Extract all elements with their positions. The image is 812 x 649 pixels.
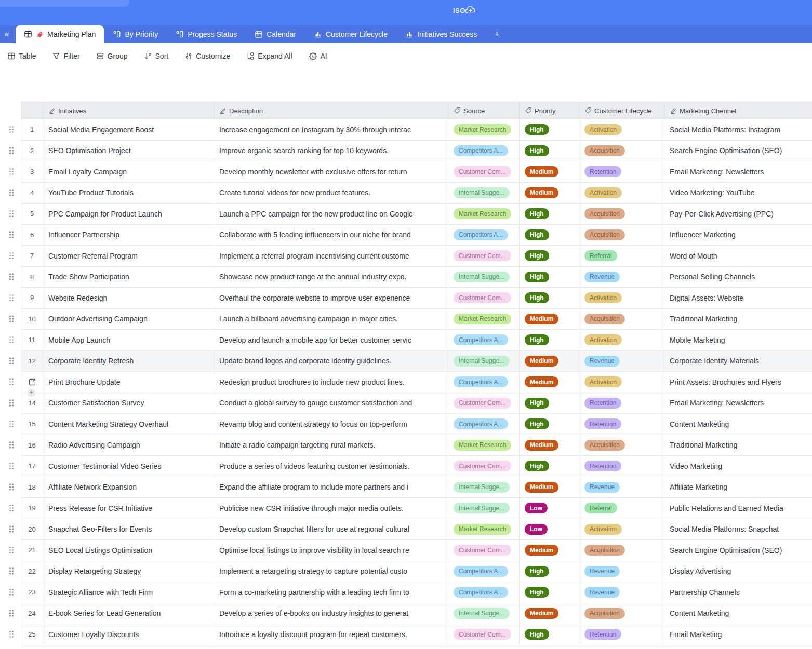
initiative-cell[interactable]: SEO Local Listings Optimisation	[43, 540, 214, 561]
initiative-cell[interactable]: Customer Referral Program	[43, 246, 214, 266]
channel-cell[interactable]: Display Advertising	[664, 561, 812, 582]
initiative-cell[interactable]: PPC Campaign for Product Launch	[43, 204, 214, 224]
toolbar-group-button[interactable]: Group	[96, 52, 128, 60]
description-cell[interactable]: Revamp blog and content strategy to focu…	[214, 414, 448, 435]
lifecycle-cell[interactable]: Retention	[579, 624, 664, 645]
row-number-cell[interactable]: 5	[21, 204, 43, 224]
row-number-cell[interactable]: 10	[21, 309, 43, 330]
source-cell[interactable]: Internal Sugge...	[448, 477, 520, 498]
lifecycle-cell[interactable]: Revenue	[579, 477, 664, 498]
lifecycle-cell[interactable]: Acquisition	[579, 141, 664, 161]
priority-cell[interactable]: Medium	[520, 372, 579, 393]
source-cell[interactable]: Customer Com...	[448, 161, 520, 182]
priority-cell[interactable]: High	[520, 330, 579, 350]
initiative-cell[interactable]: Social Media Engagement Boost	[43, 119, 214, 140]
source-cell[interactable]: Market Research	[448, 435, 520, 456]
channel-cell[interactable]: Influencer Marketing	[664, 225, 812, 246]
column-header-priority[interactable]: Priority	[520, 102, 579, 119]
initiative-cell[interactable]: Customer Testimonial Video Series	[43, 456, 214, 477]
channel-cell[interactable]: Traditional Marketing	[664, 309, 812, 330]
row-number-cell[interactable]: 19	[21, 498, 43, 519]
source-cell[interactable]: Internal Sugge...	[448, 183, 520, 204]
lifecycle-cell[interactable]: Retention	[579, 414, 664, 435]
row-drag-handle[interactable]	[9, 610, 14, 617]
row-drag-handle[interactable]	[9, 421, 14, 427]
description-cell[interactable]: Implement a retargeting strategy to capt…	[214, 561, 448, 582]
row-number-cell[interactable]: 12	[21, 351, 43, 372]
initiative-cell[interactable]: Mobile App Launch	[43, 330, 214, 350]
channel-cell[interactable]: Search Engine Optimisation (SEO)	[664, 540, 812, 561]
lifecycle-cell[interactable]: Retention	[579, 456, 664, 477]
description-cell[interactable]: Launch a PPC campaign for the new produc…	[214, 204, 448, 224]
source-cell[interactable]: Customer Com...	[448, 288, 520, 308]
lifecycle-cell[interactable]: Acquisition	[579, 435, 664, 456]
lifecycle-cell[interactable]: Retention	[579, 393, 664, 414]
source-cell[interactable]: Market Research	[448, 519, 520, 540]
row-drag-handle[interactable]	[9, 484, 14, 491]
row-drag-handle[interactable]	[9, 168, 14, 175]
channel-cell[interactable]: Email Marketing: Newsletters	[664, 393, 812, 414]
row-number-cell[interactable]: 4	[21, 183, 43, 204]
channel-cell[interactable]: Digital Assets: Website	[664, 288, 812, 308]
priority-cell[interactable]: Medium	[520, 309, 579, 330]
row-number-cell[interactable]: 3	[21, 161, 43, 182]
row-drag-handle[interactable]	[9, 147, 14, 154]
row-drag-handle[interactable]	[9, 526, 14, 533]
channel-cell[interactable]: Personal Selling Channels	[664, 267, 812, 288]
description-cell[interactable]: Showcase new product range at the annual…	[214, 267, 448, 288]
channel-cell[interactable]: Affiliate Marketing	[664, 477, 812, 498]
row-number-cell[interactable]: 11	[21, 330, 43, 350]
toolbar-table-button[interactable]: Table	[7, 52, 36, 60]
column-header-channel[interactable]: Marketing Chennel	[664, 102, 812, 119]
row-drag-handle[interactable]	[9, 126, 14, 133]
tab-marketing-plan[interactable]: Marketing Plan	[16, 25, 104, 43]
priority-cell[interactable]: High	[520, 225, 579, 246]
description-cell[interactable]: Optimise local listings to improve visib…	[214, 540, 448, 561]
row-drag-handle[interactable]	[9, 294, 14, 301]
initiative-cell[interactable]: Customer Loyalty Discounts	[43, 624, 214, 645]
channel-cell[interactable]: Traditional Marketing	[664, 435, 812, 456]
row-number-cell[interactable]: 1	[21, 119, 43, 140]
source-cell[interactable]: Customer Com...	[448, 540, 520, 561]
row-drag-handle[interactable]	[9, 190, 14, 196]
lifecycle-cell[interactable]: Activation	[579, 519, 664, 540]
description-cell[interactable]: Redesign product brochures to include ne…	[214, 372, 448, 393]
priority-cell[interactable]: Medium	[520, 540, 579, 561]
lifecycle-cell[interactable]: Referral	[579, 246, 664, 266]
description-cell[interactable]: Implement a referral program incentivisi…	[214, 246, 448, 266]
priority-cell[interactable]: Medium	[520, 435, 579, 456]
priority-cell[interactable]: High	[520, 288, 579, 308]
lifecycle-cell[interactable]: Activation	[579, 288, 664, 308]
description-cell[interactable]: Develop and launch a mobile app for bett…	[214, 330, 448, 350]
row-drag-handle[interactable]	[9, 547, 14, 553]
description-cell[interactable]: Improve organic search ranking for top 1…	[214, 141, 448, 161]
tab-by-priority[interactable]: By Priority	[104, 25, 167, 43]
channel-cell[interactable]: Content Marketing	[664, 414, 812, 435]
description-cell[interactable]: Publicise new CSR initiative through maj…	[214, 498, 448, 519]
initiative-cell[interactable]: Content Marketing Strategy Overhaul	[43, 414, 214, 435]
initiative-cell[interactable]: Display Retargeting Strategy	[43, 561, 214, 582]
initiative-cell[interactable]: Website Redesign	[43, 288, 214, 308]
channel-cell[interactable]: Social Media Platforms: Snapchat	[664, 519, 812, 540]
row-drag-handle[interactable]	[9, 589, 14, 596]
channel-cell[interactable]: Partnership Channels	[664, 582, 812, 603]
channel-cell[interactable]: Corporate Identity Materials	[664, 351, 812, 372]
initiative-cell[interactable]: Email Loyalty Campaign	[43, 161, 214, 182]
description-cell[interactable]: Develop a series of e-books on industry …	[214, 603, 448, 624]
tab-customer-lifecycle[interactable]: Customer Lifecycle	[305, 25, 396, 43]
priority-cell[interactable]: High	[520, 624, 579, 645]
row-drag-handle[interactable]	[9, 358, 14, 364]
initiative-cell[interactable]: Strategic Alliance with Tech Firm	[43, 582, 214, 603]
priority-cell[interactable]: Medium	[520, 477, 579, 498]
initiative-cell[interactable]: Influencer Partnership	[43, 225, 214, 246]
lifecycle-cell[interactable]: Acquisition	[579, 603, 664, 624]
priority-cell[interactable]: Medium	[520, 351, 579, 372]
description-cell[interactable]: Increase engagement on Instagram by 30% …	[214, 119, 448, 140]
channel-cell[interactable]: Social Media Platforms: Instagram	[664, 119, 812, 140]
source-cell[interactable]: Market Research	[448, 119, 520, 140]
lifecycle-cell[interactable]: Referral	[579, 498, 664, 519]
initiative-cell[interactable]: Outdoor Advertising Campaign	[43, 309, 214, 330]
lifecycle-cell[interactable]: Revenue	[579, 351, 664, 372]
row-drag-handle[interactable]	[9, 631, 14, 638]
row-number-cell[interactable]: 18	[21, 477, 43, 498]
